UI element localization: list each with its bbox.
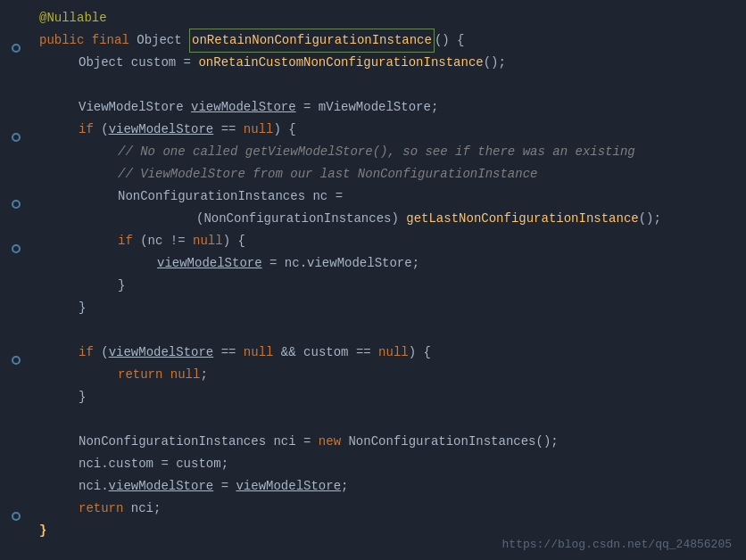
highlighted-method: onRetainNonConfigurationInstance [189, 29, 435, 53]
line-6: if (viewModelStore == null) { [39, 119, 746, 141]
line-12: viewModelStore = nc.viewModelStore; [39, 252, 746, 275]
breakpoint-icon-2[interactable] [12, 133, 21, 142]
line-3: Object custom = onRetainCustomNonConfigu… [39, 52, 746, 74]
line-8: // ViewModelStore from our last NonConfi… [39, 163, 746, 185]
code-editor: @Nullable public final Object onRetainNo… [0, 0, 746, 560]
line-16: if (viewModelStore == null && custom == … [39, 342, 746, 364]
breakpoint-icon-1[interactable] [12, 44, 21, 53]
line-11: if (nc != null) { [39, 230, 746, 252]
breakpoint-icon-3[interactable] [12, 200, 21, 209]
line-20: NonConfigurationInstances nci = new NonC… [39, 431, 746, 453]
line-23: return nci; [39, 498, 746, 520]
line-5: ViewModelStore viewModelStore = mViewMod… [39, 96, 746, 119]
line-17: return null; [39, 364, 746, 386]
code-lines: @Nullable public final Object onRetainNo… [32, 0, 746, 560]
line-9: NonConfigurationInstances nc = [39, 185, 746, 208]
breakpoint-icon-5[interactable] [12, 356, 21, 365]
breakpoint-icon-6[interactable] [12, 512, 21, 521]
line-18: } [39, 386, 746, 408]
breakpoint-icon-4[interactable] [12, 244, 21, 253]
gutter [0, 0, 32, 560]
line-21: nci.custom = custom; [39, 453, 746, 475]
line-4 [39, 74, 746, 96]
line-10: (NonConfigurationInstances) getLastNonCo… [39, 208, 746, 230]
line-14: } [39, 297, 746, 319]
line-19 [39, 408, 746, 431]
line-13: } [39, 275, 746, 297]
line-2: public final Object onRetainNonConfigura… [39, 29, 746, 52]
line-1: @Nullable [39, 7, 746, 29]
line-22: nci.viewModelStore = viewModelStore; [39, 475, 746, 498]
line-7: // No one called getViewModelStore(), so… [39, 141, 746, 163]
line-15 [39, 319, 746, 342]
watermark: https://blog.csdn.net/qq_24856205 [502, 538, 732, 551]
